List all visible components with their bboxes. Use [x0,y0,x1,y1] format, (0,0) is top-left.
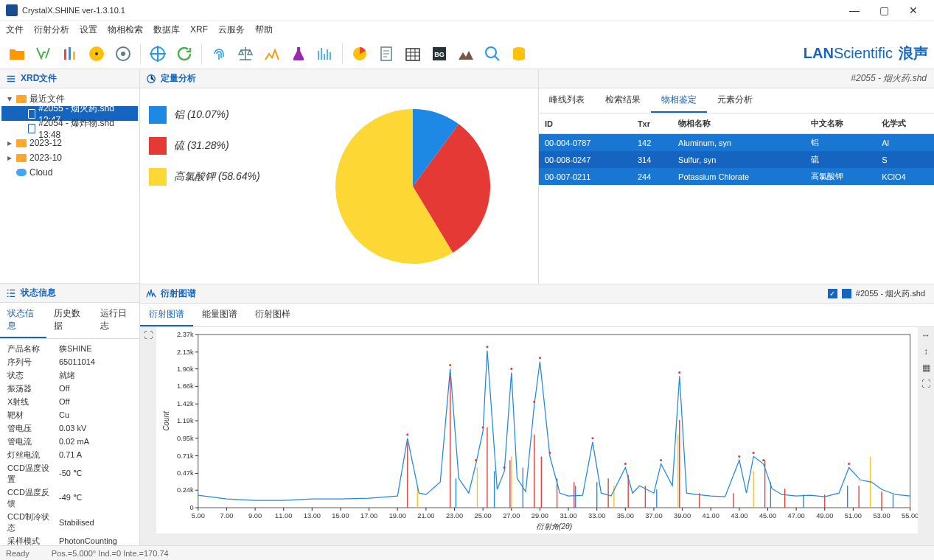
menu-settings[interactable]: 设置 [80,24,97,36]
phase-row[interactable]: 00-008-0247314Sulfur, syn硫S [539,151,934,168]
menu-xrf[interactable]: XRF [190,24,208,35]
svg-text:45.00: 45.00 [759,512,776,519]
tool-fingerprint-button[interactable] [208,43,230,65]
open-folder-button[interactable] [6,43,28,65]
tool-mountains-button[interactable] [455,43,477,65]
status-tab[interactable]: 状态信息 [0,303,46,338]
tool-radiation-button[interactable] [86,43,108,65]
svg-point-130 [449,364,451,366]
tool-chart-button[interactable] [261,43,283,65]
status-tab[interactable]: 历史数据 [46,303,93,338]
phase-row[interactable]: 00-004-0787142Aluminum, syn铝Al [539,134,934,152]
diff-title: 衍射图谱 [161,287,196,300]
status-row: CCD制冷状态Stabilised [6,510,133,534]
svg-point-131 [475,459,477,461]
menu-help[interactable]: 帮助 [255,24,273,36]
svg-text:43.00: 43.00 [731,512,747,519]
svg-point-6 [121,52,125,56]
quant-panel: 定量分析 铝 (10.07%)硫 (31.28%)高氯酸钾 (58.64%) [140,69,538,284]
status-panel: 状态信息 状态信息历史数据运行日志 产品名称狭SHINE序列号65011014状… [0,283,139,560]
tool-vx-button[interactable] [32,43,55,65]
menu-database[interactable]: 数据库 [153,24,180,36]
menu-diffraction[interactable]: 衍射分析 [34,24,69,36]
phase-row[interactable]: 00-007-0211244Potassium Chlorate高氯酸钾KClO… [539,168,934,185]
folder-icon [16,95,27,103]
svg-point-132 [482,426,484,428]
tool-report-button[interactable] [375,43,397,65]
svg-text:0.24k: 0.24k [177,486,194,494]
legend-swatch [149,168,167,186]
tool-refresh-button[interactable] [173,43,195,65]
svg-text:1.66k: 1.66k [177,383,194,391]
minimize-button[interactable]: — [840,1,869,19]
svg-point-134 [503,466,506,469]
tool-test-button[interactable] [59,43,81,65]
phase-tab[interactable]: 峰线列表 [539,88,595,113]
folder-icon [16,139,27,147]
svg-point-133 [486,346,488,348]
tree-item[interactable]: ▸2023-10 [1,150,138,165]
tool-pie-button[interactable] [349,43,371,65]
tree-item[interactable]: #2054 - 爆炸物.shd 13:48 [1,121,138,136]
diff-tab[interactable]: 衍射图样 [246,304,299,326]
status-row: 管电压0.03 kV [6,421,133,435]
tree-item[interactable]: Cloud [1,165,138,180]
phase-tab[interactable]: 元素分析 [707,88,763,113]
diff-tab[interactable]: 衍射图谱 [140,304,193,326]
menu-file[interactable]: 文件 [6,24,24,36]
status-row: 靶材Cu [6,408,133,421]
tool-database-button[interactable] [508,43,530,65]
pie-chart [328,102,498,271]
svg-text:2.13k: 2.13k [177,349,194,356]
zoom-tool-icon[interactable]: ⛶ [142,330,154,342]
svg-text:11.00: 11.00 [275,512,292,519]
tool-calendar-button[interactable] [402,43,424,65]
maximize-button[interactable]: ▢ [869,1,899,19]
close-button[interactable]: ✕ [899,1,928,19]
tool-target-button[interactable] [147,43,169,65]
legend-swatch [149,106,167,124]
legend-item: 硫 (31.28%) [149,137,282,155]
status-ready: Ready [6,549,29,558]
horizontal-scrollbar[interactable] [140,533,934,545]
diffraction-chart[interactable]: 00.24k0.47k0.71k0.95k1.19k1.42k1.66k1.90… [156,327,918,533]
tool-magnify-button[interactable] [481,43,503,65]
quant-title: 定量分析 [161,72,196,85]
app-title: CrystalX.SHINE ver-1.3.10.1 [22,6,125,15]
status-tab[interactable]: 运行日志 [93,303,139,338]
tool-spectrum-button[interactable] [314,43,336,65]
svg-text:23.00: 23.00 [446,512,463,519]
svg-text:31.00: 31.00 [560,512,576,519]
tool-balance-button[interactable] [234,43,257,65]
svg-text:53.00: 53.00 [873,512,890,519]
tool-gear-button[interactable] [112,43,134,65]
svg-point-146 [848,463,850,465]
move-tool-icon[interactable]: ↔ [920,330,932,342]
legend-item: 铝 (10.07%) [149,106,282,124]
spectrum-icon [146,289,156,299]
legend-swatch [149,137,167,155]
status-row: CCD温度设置-50 ℃ [6,461,133,486]
tool-bg-button[interactable]: BG [428,43,450,65]
diff-legend-checkbox[interactable]: ✓ [828,289,837,298]
svg-point-141 [660,459,662,461]
diff-legend-swatch [842,289,851,298]
svg-text:9.00: 9.00 [248,512,262,519]
menu-cloud[interactable]: 云服务 [218,24,245,36]
svg-point-142 [678,371,680,374]
menu-bar: 文件 衍射分析 设置 物相检索 数据库 XRF 云服务 帮助 [0,21,934,38]
grid-tool-icon[interactable]: ▦ [920,363,932,374]
tool-flask-button[interactable] [287,43,310,65]
menu-phase-search[interactable]: 物相检索 [108,24,143,36]
svg-text:21.00: 21.00 [417,512,434,519]
svg-text:37.00: 37.00 [645,512,662,519]
status-row: 灯丝电流0.71 A [6,448,133,461]
svg-text:35.00: 35.00 [617,512,634,519]
phase-tab[interactable]: 物相鉴定 [651,88,707,113]
status-row: 产品名称狭SHINE [6,342,133,355]
diff-tab[interactable]: 能量图谱 [193,304,246,326]
phase-tab[interactable]: 检索结果 [595,88,651,113]
expand-y-icon[interactable]: ↕ [920,346,932,358]
status-title: 状态信息 [21,287,56,299]
fullscreen-icon[interactable]: ⛶ [920,379,932,391]
